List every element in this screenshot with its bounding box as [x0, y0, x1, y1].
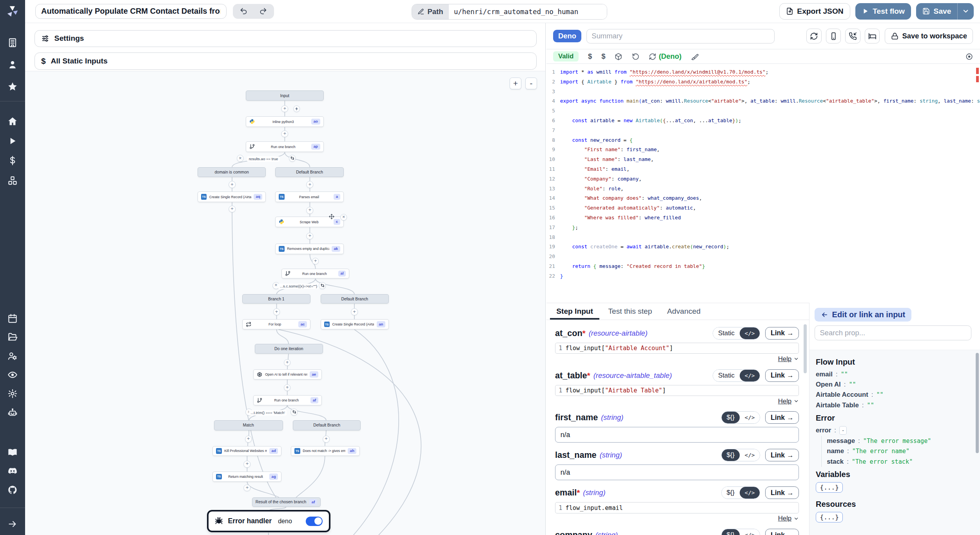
flow-node-return_m[interactable]: TSReturn matching resultag — [212, 472, 281, 482]
sidebar-robot-icon[interactable] — [7, 407, 18, 418]
toggle-template[interactable]: ${} — [722, 412, 740, 423]
flow-settings-bar[interactable]: Settings — [34, 30, 537, 47]
branch-compare-icon[interactable] — [319, 282, 326, 289]
format-brush-button[interactable] — [691, 53, 699, 60]
sidebar-folder-open-icon[interactable] — [7, 332, 18, 342]
add-step-button[interactable]: + — [307, 233, 314, 240]
sidebar-cubes-icon[interactable] — [7, 175, 18, 186]
sidebar-users-cog-icon[interactable] — [7, 351, 18, 361]
add-step-button[interactable]: + — [307, 181, 314, 188]
flow-node-hdr_domain[interactable]: domain is common — [198, 167, 266, 177]
toggle-code[interactable]: </> — [740, 412, 760, 423]
variables-object-chip[interactable]: {...} — [816, 482, 843, 493]
error-handler-node[interactable]: Error handlerdeno — [207, 510, 330, 533]
sidebar-building-icon[interactable] — [7, 38, 18, 48]
bed-icon-button[interactable] — [865, 29, 880, 43]
step-panel-scrollbar[interactable] — [804, 324, 807, 373]
tab-step-input[interactable]: Step Input — [550, 303, 599, 320]
flow-node-hdr_result[interactable]: Result of the chosen branchaf — [252, 497, 320, 507]
link-input-button[interactable]: Link → — [765, 369, 799, 382]
prop-message[interactable]: message:"The error message" — [827, 436, 976, 446]
flow-node-removes[interactable]: TSRemoves empty and duplicatesak — [275, 244, 343, 254]
link-input-button[interactable]: Link → — [765, 449, 799, 461]
bolt-icon[interactable] — [293, 105, 300, 112]
undo-button[interactable] — [235, 4, 252, 18]
flow-node-hdr_doiter[interactable]: Do one iteration — [255, 344, 323, 354]
flow-node-kill[interactable]: TSKill Professional Websites mentionsad — [212, 446, 281, 456]
field-static-input[interactable] — [555, 465, 799, 480]
sidebar-github-icon[interactable] — [7, 485, 18, 495]
toggle-code[interactable]: </> — [740, 487, 760, 499]
phone-incoming-icon-button[interactable] — [845, 29, 860, 43]
language-badge[interactable]: Deno — [553, 30, 581, 42]
prop-error[interactable]: error:- — [816, 425, 976, 436]
prop-airtable-account[interactable]: Airtable Account:"" — [816, 390, 976, 400]
flow-node-run_ap[interactable]: Run one branchap — [246, 141, 323, 152]
flow-node-for_loop[interactable]: For loopac — [242, 319, 310, 329]
toggle-code[interactable]: </> — [740, 529, 760, 535]
prop-open-ai[interactable]: Open AI:"" — [816, 380, 976, 390]
link-input-button[interactable]: Link → — [765, 486, 799, 499]
tab-advanced[interactable]: Advanced — [661, 303, 707, 320]
flow-node-run_af[interactable]: Run one branchaf — [253, 395, 321, 405]
collapse-toggle[interactable]: - — [839, 426, 847, 434]
sidebar-book-open-icon[interactable] — [7, 447, 18, 457]
field-code-input[interactable]: 1flow_input.email — [555, 502, 799, 513]
add-step-button[interactable]: + — [284, 359, 291, 366]
toggle-code[interactable]: </> — [740, 449, 760, 461]
add-step-button[interactable]: + — [244, 484, 251, 492]
toggle-template[interactable]: ${} — [722, 449, 740, 461]
prop-stack[interactable]: stack:"The error stack" — [827, 457, 976, 467]
sidebar-dollar-icon[interactable] — [7, 155, 18, 166]
flow-static-inputs-bar[interactable]: $ All Static Inputs — [34, 52, 537, 69]
test-flow-button[interactable]: Test flow — [855, 3, 911, 20]
sidebar-windmill-logo[interactable] — [5, 4, 19, 18]
add-step-button[interactable]: + — [273, 308, 280, 315]
add-step-button[interactable]: + — [281, 130, 289, 137]
add-step-button[interactable]: + — [229, 206, 236, 213]
prop-name[interactable]: name:"The error name" — [827, 446, 976, 456]
flow-node-hdr_branch1[interactable]: Branch 1 — [242, 294, 310, 304]
sidebar-home-icon[interactable] — [7, 117, 18, 127]
resources-object-chip[interactable]: {...} — [816, 512, 843, 522]
help-link[interactable]: Help — [778, 355, 792, 363]
toggle-static[interactable]: Static — [713, 327, 740, 339]
sidebar-star-icon[interactable] — [7, 81, 18, 92]
edit-or-link-input-button[interactable]: Edit or link an input — [815, 308, 911, 322]
toggle-code[interactable]: </> — [740, 327, 760, 339]
add-step-button[interactable]: + — [307, 207, 314, 214]
flow-node-input[interactable]: Input — [246, 90, 323, 101]
dollar-icon-button[interactable]: $ — [588, 52, 592, 61]
add-step-button[interactable]: + — [312, 258, 319, 265]
refresh-cw-icon-button[interactable] — [806, 29, 821, 43]
flow-node-parses[interactable]: TSParses emaila — [275, 192, 343, 202]
add-step-button[interactable]: + — [281, 105, 289, 112]
sidebar-arrow-right-icon[interactable] — [7, 519, 18, 529]
error-handler-toggle[interactable] — [306, 517, 323, 526]
delete-node-button[interactable]: × — [340, 214, 347, 221]
toggle-code[interactable]: </> — [740, 370, 760, 381]
flow-node-run_al[interactable]: Run one branchal — [281, 269, 349, 279]
link-input-button[interactable]: Link → — [765, 529, 799, 535]
flow-node-create_an[interactable]: TSCreate Single Record (Airtable)an — [321, 319, 389, 329]
add-step-button[interactable]: + — [244, 461, 251, 468]
toggle-static[interactable]: Static — [713, 370, 740, 381]
field-code-input[interactable]: 1flow_input["Airtable Account"] — [555, 343, 799, 354]
link-input-button[interactable]: Link → — [765, 411, 799, 424]
flow-node-hdr_match[interactable]: Match — [214, 420, 283, 430]
sidebar-settings-icon[interactable] — [7, 389, 18, 399]
sidebar-calendar-icon[interactable] — [7, 313, 18, 324]
field-code-input[interactable]: 1flow_input["Airtable Table"] — [555, 385, 799, 396]
prop-email[interactable]: email:"" — [816, 369, 976, 379]
tab-test-this-step[interactable]: Test this step — [602, 303, 658, 320]
add-step-button[interactable]: + — [323, 436, 330, 443]
add-step-button[interactable]: + — [229, 181, 236, 188]
move-node-icon[interactable] — [329, 214, 334, 219]
sidebar-play-icon[interactable] — [7, 136, 18, 146]
smartphone-icon-button[interactable] — [826, 29, 841, 43]
flow-node-openai[interactable]: Open AI to tell if relevant resultae — [253, 369, 321, 380]
path-input[interactable] — [449, 4, 607, 19]
assistant-refresh-button[interactable]: (Deno) — [649, 52, 682, 61]
zoom-out-button[interactable]: - — [525, 78, 537, 89]
help-link[interactable]: Help — [778, 515, 792, 522]
